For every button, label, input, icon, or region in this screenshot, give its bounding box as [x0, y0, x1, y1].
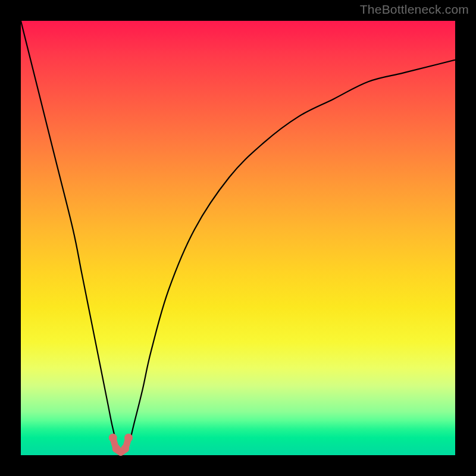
chart-gradient-area — [21, 21, 455, 455]
marker-dot — [109, 434, 117, 442]
watermark-text: TheBottleneck.com — [360, 2, 469, 17]
bottleneck-curve-path — [21, 21, 455, 452]
marker-dot — [124, 434, 133, 442]
marker-dot — [121, 444, 129, 453]
bottleneck-curve-svg — [21, 21, 455, 455]
